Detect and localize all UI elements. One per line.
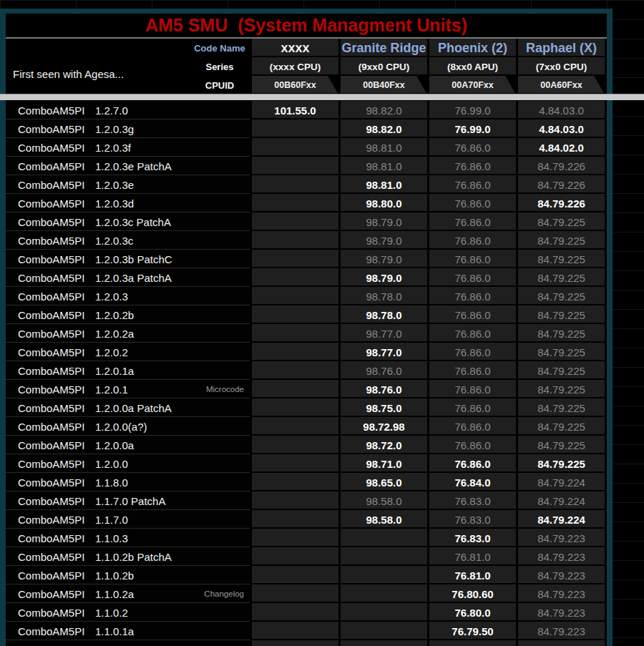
smu-version-cell[interactable] <box>341 603 427 622</box>
smu-version-cell[interactable]: 98.81.0 <box>341 175 427 194</box>
agesa-version-cell[interactable]: ComboAM5PI1.2.0.2b <box>6 305 250 324</box>
agesa-version-cell[interactable]: ComboAM5PI1.1.7.0 PatchA <box>6 491 250 510</box>
smu-version-cell[interactable] <box>252 250 338 268</box>
agesa-version-cell[interactable]: ComboAM5PI1.2.0.3e PatchA <box>6 157 250 175</box>
agesa-version-cell[interactable]: ComboAM5PI1.1.0.3 <box>6 529 250 547</box>
column-cpuid-header[interactable]: 00A60Fxx <box>518 76 605 94</box>
smu-version-cell[interactable]: 98.79.0 <box>341 231 427 250</box>
smu-version-cell[interactable]: 84.79.225 <box>518 231 605 250</box>
smu-version-cell[interactable]: 98.82.0 <box>341 119 427 138</box>
smu-version-cell[interactable]: 84.79.225 <box>518 398 605 417</box>
smu-version-cell[interactable]: 76.81.0 <box>429 566 516 584</box>
column-codename-header[interactable]: Phoenix (2) <box>429 39 516 57</box>
smu-version-cell[interactable]: 98.72.98 <box>341 417 427 436</box>
smu-version-cell[interactable] <box>252 584 338 603</box>
smu-version-cell[interactable]: 76.99.0 <box>429 101 516 119</box>
smu-version-cell[interactable]: 76.83.0 <box>429 491 516 510</box>
smu-version-cell[interactable] <box>252 138 338 157</box>
column-series-header[interactable]: (8xx0 APU) <box>429 57 516 76</box>
smu-version-cell[interactable]: 76.86.0 <box>429 212 516 231</box>
smu-version-cell[interactable]: 84.79.226 <box>518 157 605 175</box>
smu-version-cell[interactable]: 84.79.226 <box>518 194 605 212</box>
smu-version-cell[interactable] <box>252 566 338 584</box>
agesa-version-cell[interactable]: ComboAM5PI1.2.0.3g <box>6 119 250 138</box>
smu-version-cell[interactable] <box>252 287 338 305</box>
column-series-header[interactable]: (7xx0 CPU) <box>518 57 605 76</box>
smu-version-cell[interactable]: 98.79.0 <box>341 268 427 287</box>
smu-version-cell[interactable]: 84.79.225 <box>518 454 605 473</box>
smu-version-cell[interactable]: 76.86.0 <box>429 138 516 157</box>
smu-version-cell[interactable]: 4.84.03.0 <box>518 119 605 138</box>
smu-version-cell[interactable] <box>518 640 605 646</box>
agesa-version-cell[interactable]: ComboAM5PI1.2.7.0 <box>6 101 250 119</box>
smu-version-cell[interactable]: 98.75.0 <box>341 398 427 417</box>
smu-version-cell[interactable] <box>252 268 338 287</box>
smu-version-cell[interactable]: 84.79.225 <box>518 287 605 305</box>
smu-version-cell[interactable]: 76.86.0 <box>429 417 516 436</box>
smu-version-cell[interactable]: 84.79.225 <box>518 343 605 361</box>
smu-version-cell[interactable] <box>252 380 338 398</box>
smu-version-cell[interactable]: 76.86.0 <box>429 157 516 175</box>
smu-version-cell[interactable] <box>341 584 427 603</box>
smu-version-cell[interactable] <box>252 324 338 343</box>
agesa-version-cell[interactable]: ComboAM5PI1.2.0.3c <box>6 231 250 250</box>
smu-version-cell[interactable] <box>252 361 338 380</box>
smu-version-cell[interactable] <box>252 622 338 640</box>
smu-version-cell[interactable]: 84.79.223 <box>518 622 605 640</box>
smu-version-cell[interactable] <box>252 640 338 646</box>
smu-version-cell[interactable]: 76.81.0 <box>429 547 516 566</box>
smu-version-cell[interactable] <box>341 529 427 547</box>
smu-version-cell[interactable]: 76.86.0 <box>429 436 516 454</box>
smu-version-cell[interactable]: 76.86.0 <box>429 361 516 380</box>
smu-version-cell[interactable]: 76.86.0 <box>429 398 516 417</box>
smu-version-cell[interactable]: 4.84.03.0 <box>518 101 605 119</box>
agesa-version-cell[interactable]: ComboAM5PI1.2.0.1Microcode <box>6 380 250 398</box>
agesa-version-cell[interactable]: ComboAM5PI1.2.0.0a <box>6 436 250 454</box>
smu-version-cell[interactable]: 76.84.0 <box>429 473 516 491</box>
agesa-version-cell[interactable]: ComboAM5PI1.2.0.0a PatchA <box>6 398 250 417</box>
smu-version-cell[interactable]: 76.86.0 <box>429 231 516 250</box>
agesa-version-cell[interactable]: ComboAM5PI1.2.0.0 <box>6 454 250 473</box>
smu-version-cell[interactable]: 98.81.0 <box>341 138 427 157</box>
smu-version-cell[interactable]: 98.65.0 <box>341 473 427 491</box>
smu-version-cell[interactable]: 84.79.225 <box>518 212 605 231</box>
agesa-version-cell[interactable]: ComboAM5PI1.2.0.3a PatchA <box>6 268 250 287</box>
column-series-header[interactable]: (9xx0 CPU) <box>341 57 427 76</box>
smu-version-cell[interactable]: 98.76.0 <box>341 361 427 380</box>
smu-version-cell[interactable]: 4.84.02.0 <box>518 138 605 157</box>
smu-version-cell[interactable] <box>252 157 338 175</box>
smu-version-cell[interactable]: 76.86.0 <box>429 380 516 398</box>
smu-version-cell[interactable]: 84.79.225 <box>518 268 605 287</box>
smu-version-cell[interactable]: 76.86.0 <box>429 194 516 212</box>
smu-version-cell[interactable] <box>252 417 338 436</box>
agesa-version-cell[interactable]: ComboAM5PI1.2.0.2a <box>6 324 250 343</box>
smu-version-cell[interactable]: 98.72.0 <box>341 436 427 454</box>
agesa-version-cell[interactable]: ComboAM5PI1.2.0.3 <box>6 287 250 305</box>
smu-version-cell[interactable]: 98.78.0 <box>341 287 427 305</box>
smu-version-cell[interactable] <box>429 640 516 646</box>
smu-version-cell[interactable]: 84.79.225 <box>518 417 605 436</box>
smu-version-cell[interactable] <box>252 491 338 510</box>
smu-version-cell[interactable] <box>252 473 338 491</box>
column-series-header[interactable]: (xxxx CPU) <box>252 57 338 76</box>
agesa-version-cell[interactable]: ComboAM5PI1.2.0.3d <box>6 194 250 212</box>
agesa-version-cell[interactable]: ComboAM5PI1.1.0.2 <box>6 603 250 622</box>
smu-version-cell[interactable] <box>252 529 338 547</box>
smu-version-cell[interactable]: 76.80.0 <box>429 603 516 622</box>
smu-version-cell[interactable]: 84.79.223 <box>518 584 605 603</box>
smu-version-cell[interactable]: 98.79.0 <box>341 212 427 231</box>
agesa-version-cell[interactable]: ComboAM5PI1.2.0.2 <box>6 343 250 361</box>
column-codename-header[interactable]: Raphael (X) <box>518 39 605 57</box>
smu-version-cell[interactable]: 76.86.0 <box>429 305 516 324</box>
smu-version-cell[interactable]: 98.58.0 <box>341 491 427 510</box>
agesa-version-cell[interactable]: ComboAM5PI1.2.0.3f <box>6 138 250 157</box>
smu-version-cell[interactable]: 76.86.0 <box>429 343 516 361</box>
smu-version-cell[interactable] <box>252 305 338 324</box>
smu-version-cell[interactable]: 76.86.0 <box>429 324 516 343</box>
smu-version-cell[interactable] <box>341 566 427 584</box>
smu-version-cell[interactable] <box>252 436 338 454</box>
smu-version-cell[interactable]: 98.82.0 <box>341 101 427 119</box>
agesa-version-cell[interactable]: ComboAM5PI1.1.0.2aChangelog <box>6 584 250 603</box>
column-cpuid-header[interactable]: 00A70Fxx <box>429 76 516 94</box>
agesa-version-cell[interactable]: ComboAM5PI1.2.0.3c PatchA <box>6 212 250 231</box>
